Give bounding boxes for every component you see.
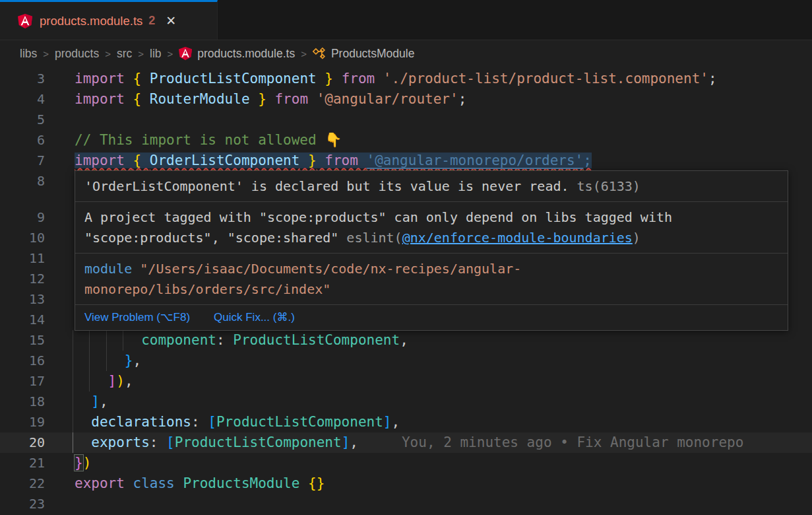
problem-hover-tooltip: 'OrderListComponent' is declared but its… [75, 170, 788, 331]
view-problem-action[interactable]: View Problem (⌥F8) [84, 310, 190, 325]
line-number: 6 [0, 130, 45, 151]
code-text: }) [75, 453, 91, 473]
code-text: export class ProductsModule {} [75, 473, 325, 494]
breadcrumb-item-lib[interactable]: lib [150, 47, 162, 61]
breadcrumb-item-libs[interactable]: libs [20, 47, 37, 61]
code-text: ]), [75, 371, 133, 392]
breadcrumb-file[interactable]: products.module.ts [197, 47, 295, 61]
code-line-3[interactable]: 3import { ProductListComponent } from '.… [0, 69, 812, 89]
line-number: 10 [0, 228, 45, 248]
hover-message-3: module "/Users/isaac/Documents/code/nx-r… [75, 253, 788, 304]
code-text: ], [75, 392, 108, 412]
indent-guide [89, 351, 90, 371]
code-line-17[interactable]: 17 ]), [0, 371, 812, 392]
code-line-15[interactable]: 15 component: ProductListComponent, [0, 330, 812, 351]
line-number: 20 [0, 432, 45, 453]
indent-guide [123, 330, 123, 351]
class-symbol-icon [313, 47, 326, 60]
code-text: import { RouterModule } from '@angular/r… [75, 89, 466, 110]
chevron-right-icon: > [43, 48, 49, 59]
indent-guide [73, 432, 73, 453]
code-text: // This import is not allowed 👇 [75, 130, 342, 151]
line-number: 15 [0, 330, 45, 351]
quick-fix-action[interactable]: Quick Fix... (⌘.) [214, 310, 295, 325]
line-number: 23 [0, 494, 45, 514]
indent-guide [73, 351, 73, 371]
indent-guide [73, 330, 73, 351]
code-line-21[interactable]: 21}) [0, 453, 812, 473]
indent-guide [106, 351, 107, 371]
indent-guide [89, 371, 90, 392]
code-line-16[interactable]: 16 }, [0, 351, 812, 371]
code-text: }, [75, 351, 141, 371]
hover-message-2: A project tagged with "scope:products" c… [75, 201, 788, 253]
line-number: 5 [0, 110, 45, 130]
code-editor[interactable]: 'OrderListComponent' is declared but its… [0, 66, 812, 515]
indent-guide [106, 330, 107, 351]
indent-guide [89, 330, 90, 351]
line-number: 13 [0, 289, 45, 310]
chevron-right-icon: > [301, 48, 307, 59]
line-number: 11 [0, 248, 45, 269]
tab-bar: products.module.ts 2 ✕ [0, 0, 812, 40]
line-number: 8 [0, 171, 45, 191]
line-number: 21 [0, 453, 45, 473]
chevron-right-icon: > [168, 48, 173, 59]
tab-problem-count: 2 [148, 14, 155, 28]
indent-guide [73, 371, 73, 392]
chevron-right-icon: > [138, 48, 144, 59]
code-line-20[interactable]: 20 exports: [ProductListComponent],You, … [0, 432, 812, 453]
tab-title: products.module.ts [40, 14, 142, 28]
code-line-4[interactable]: 4import { RouterModule } from '@angular/… [0, 89, 812, 110]
chevron-right-icon: > [105, 48, 111, 59]
line-number: 3 [0, 69, 45, 89]
code-line-18[interactable]: 18 ], [0, 392, 812, 412]
indent-guide [73, 392, 73, 412]
hover-message-1: 'OrderListComponent' is declared but its… [75, 171, 788, 201]
close-icon[interactable]: ✕ [166, 15, 176, 27]
code-text: import { OrderListComponent } from '@ang… [75, 151, 592, 171]
hover-actions: View Problem (⌥F8)Quick Fix... (⌘.) [75, 304, 788, 330]
line-number: 19 [0, 412, 45, 432]
line-number: 22 [0, 473, 45, 494]
line-number: 16 [0, 351, 45, 371]
code-line-5[interactable]: 5 [0, 110, 812, 130]
code-text: component: ProductListComponent, [75, 330, 408, 351]
breadcrumb: libs>products>src>lib>products.module.ts… [0, 41, 812, 66]
line-number: 14 [0, 310, 45, 330]
code-line-19[interactable]: 19 declarations: [ProductListComponent], [0, 412, 812, 432]
line-number: 18 [0, 392, 45, 412]
line-number: 12 [0, 269, 45, 289]
line-number: 4 [0, 89, 45, 110]
code-line-6[interactable]: 6// This import is not allowed 👇 [0, 130, 812, 151]
code-line-7[interactable]: 7import { OrderListComponent } from '@an… [0, 151, 812, 171]
tab-products-module[interactable]: products.module.ts 2 ✕ [0, 0, 218, 40]
code-line-22[interactable]: 22export class ProductsModule {} [0, 473, 812, 494]
line-number: 7 [0, 151, 45, 171]
angular-icon [18, 14, 32, 28]
git-blame-annotation: You, 2 minutes ago • Fix Angular monorep… [402, 434, 743, 450]
breadcrumb-item-products[interactable]: products [55, 47, 99, 61]
code-text: declarations: [ProductListComponent], [75, 412, 400, 432]
code-text: import { ProductListComponent } from './… [75, 69, 717, 89]
breadcrumb-symbol[interactable]: ProductsModule [331, 47, 414, 61]
angular-icon [179, 47, 192, 60]
breadcrumb-item-src[interactable]: src [117, 47, 132, 61]
line-number: 17 [0, 371, 45, 392]
line-number: 9 [0, 207, 45, 228]
code-text: exports: [ProductListComponent],You, 2 m… [75, 432, 743, 453]
eslint-rule-link[interactable]: @nx/enforce-module-boundaries [402, 230, 633, 246]
code-line-23[interactable]: 23 [0, 494, 812, 514]
indent-guide [73, 412, 73, 432]
